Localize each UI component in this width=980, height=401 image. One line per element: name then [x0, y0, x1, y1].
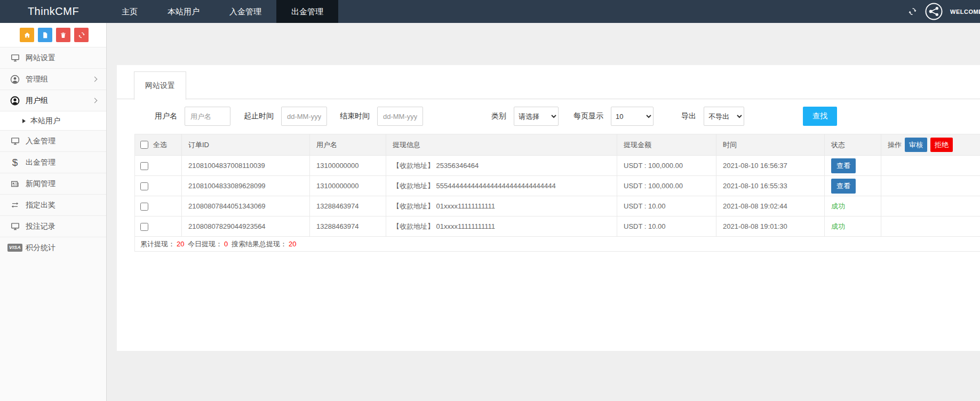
recycle-icon[interactable] [74, 28, 89, 42]
nav-item-home[interactable]: 主页 [107, 0, 153, 23]
filter-export-group: 导出 不导出 [681, 107, 744, 126]
info-cell: 【收款地址】 5554444444444444444444444444444 [386, 176, 617, 196]
filter-username-group: 用户名 [155, 107, 230, 126]
view-button[interactable]: 查看 [831, 179, 856, 194]
end-date-input[interactable] [377, 107, 423, 126]
nav-item-site-users[interactable]: 本站用户 [153, 0, 214, 23]
home-icon[interactable] [20, 28, 34, 42]
sidebar-item-label: 用户组 [26, 96, 48, 106]
search-button[interactable]: 查找 [803, 107, 837, 126]
desktop-icon [9, 221, 21, 232]
amount-cell: USDT : 100,000.00 [617, 176, 716, 196]
sidebar-item-news[interactable]: 新闻管理 [0, 173, 106, 194]
content-card: 网站设置 用户名 起止时间 结束时间 类别 请选择 每页显示 [117, 65, 980, 351]
sidebar-item-label: 投注记录 [26, 222, 55, 231]
stats-total-label: 累计提现： [140, 240, 175, 248]
col-action: 操作 [888, 140, 902, 150]
nav-item-deposit[interactable]: 入金管理 [214, 0, 276, 23]
row-checkbox[interactable] [140, 182, 148, 190]
export-select[interactable]: 不导出 [704, 107, 744, 126]
exchange-icon [9, 200, 21, 211]
info-cell: 【收款地址】 25356346464 [386, 156, 617, 176]
sidebar-item-user-group[interactable]: 用户组 [0, 90, 106, 111]
summary-bar: 累计提现：20 今日提现：0 搜索结果总提现：20 [134, 237, 980, 252]
select-all-label: 全选 [153, 141, 167, 149]
action-cell [881, 216, 980, 237]
username-input[interactable] [185, 107, 230, 126]
sidebar-item-label: 入金管理 [26, 137, 55, 146]
stats-today-value: 0 [224, 240, 228, 248]
info-cell: 【收款地址】 01xxxx11111111111 [386, 196, 617, 216]
col-username: 用户名 [310, 134, 386, 156]
sidebar-item-bet-records[interactable]: 投注记录 [0, 215, 106, 237]
status-text: 成功 [831, 222, 845, 230]
chevron-right-icon [92, 77, 98, 82]
time-cell: 2021-08-08 19:02:44 [716, 196, 825, 216]
time-cell: 2021-08-10 16:55:33 [716, 176, 825, 196]
order-id-cell: 21080807829044923564 [182, 216, 310, 237]
row-checkbox[interactable] [140, 223, 148, 231]
select-all-checkbox[interactable] [140, 141, 148, 149]
filter-pagesize-group: 每页显示 10 [573, 107, 654, 126]
end-date-label: 结束时间 [340, 111, 370, 121]
sidebar-subitem-site-users[interactable]: 本站用户 [0, 111, 106, 130]
desktop-icon [9, 53, 21, 63]
user-circle-icon [9, 74, 21, 85]
order-id-cell: 21081004833089628099 [182, 176, 310, 196]
sidebar-item-label: 积分统计 [26, 243, 55, 253]
col-status: 状态 [825, 134, 881, 156]
tab-site-settings[interactable]: 网站设置 [134, 71, 186, 100]
sidebar-item-site-settings[interactable]: 网站设置 [0, 47, 106, 68]
chevron-right-icon [92, 98, 98, 103]
username-cell: 13100000000 [310, 176, 386, 196]
table-row: 21081004837008110039 13100000000 【收款地址】 … [135, 156, 980, 176]
sidebar-item-label: 本站用户 [30, 116, 60, 126]
info-cell: 【收款地址】 01xxxx11111111111 [386, 216, 617, 237]
col-order-id: 订单ID [182, 134, 310, 156]
refresh-icon[interactable] [907, 6, 918, 17]
export-label: 导出 [681, 111, 696, 121]
sidebar-item-points-stats[interactable]: VISA 积分统计 [0, 237, 106, 258]
sidebar-item-label: 出金管理 [26, 158, 55, 167]
filter-bar: 用户名 起止时间 结束时间 类别 请选择 每页显示 10 [117, 107, 980, 126]
reject-button[interactable]: 拒绝 [930, 138, 953, 152]
trash-icon[interactable] [56, 28, 70, 42]
col-amount: 提现金额 [617, 134, 716, 156]
nav-item-withdraw[interactable]: 出金管理 [276, 0, 338, 23]
category-label: 类别 [491, 111, 506, 121]
sidebar-item-label: 网站设置 [26, 53, 55, 63]
brand-logo[interactable]: ThinkCMF [0, 0, 107, 23]
username-label: 用户名 [155, 111, 177, 121]
filter-end-group: 结束时间 [340, 107, 423, 126]
category-select[interactable]: 请选择 [514, 107, 559, 126]
col-info: 提现信息 [386, 134, 617, 156]
amount-cell: USDT : 100,000.00 [617, 156, 716, 176]
row-checkbox[interactable] [140, 162, 148, 170]
sidebar-item-admin-group[interactable]: 管理组 [0, 68, 106, 90]
amount-cell: USDT : 10.00 [617, 196, 716, 216]
avatar[interactable] [925, 3, 943, 20]
dollar-icon: $ [9, 157, 21, 168]
view-button[interactable]: 查看 [831, 158, 856, 173]
pagesize-label: 每页显示 [573, 111, 603, 121]
sidebar-menu: 网站设置 管理组 用户组 本站用户 入金管理 [0, 47, 106, 258]
topbar: ThinkCMF 主页 本站用户 入金管理 出金管理 WELCOME [0, 0, 980, 23]
action-cell [881, 196, 980, 216]
sidebar-item-deposit[interactable]: 入金管理 [0, 130, 106, 151]
sidebar: 网站设置 管理组 用户组 本站用户 入金管理 [0, 23, 107, 401]
table-row: 21080807844051343069 13288463974 【收款地址】 … [135, 196, 980, 216]
username-cell: 13288463974 [310, 196, 386, 216]
pagesize-select[interactable]: 10 [611, 107, 654, 126]
approve-button[interactable]: 审核 [905, 138, 927, 152]
start-date-input[interactable] [281, 107, 327, 126]
row-checkbox[interactable] [140, 203, 148, 211]
order-id-cell: 21080807844051343069 [182, 196, 310, 216]
user-circle-icon [9, 95, 21, 106]
sidebar-item-withdraw[interactable]: $ 出金管理 [0, 151, 106, 173]
stats-search-value: 20 [289, 240, 296, 248]
newspaper-icon [9, 179, 21, 189]
file-icon[interactable] [38, 28, 52, 42]
caret-right-icon [21, 116, 27, 126]
sidebar-item-assign-prize[interactable]: 指定出奖 [0, 194, 106, 215]
filter-category-group: 类别 请选择 [491, 107, 559, 126]
